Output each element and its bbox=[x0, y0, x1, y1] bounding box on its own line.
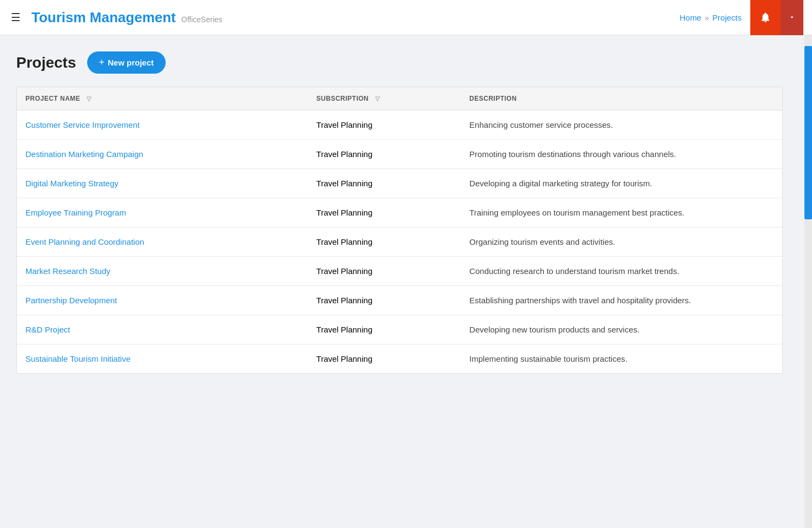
page-title: Projects bbox=[16, 54, 76, 71]
project-subscription: Travel Planning bbox=[307, 198, 461, 227]
project-name-link[interactable]: Customer Service Improvement bbox=[25, 120, 140, 129]
table-row: Digital Marketing StrategyTravel Plannin… bbox=[17, 169, 782, 198]
column-header-name: PROJECT NAME ▽ bbox=[17, 87, 307, 110]
project-name-link[interactable]: Sustainable Tourism Initiative bbox=[25, 354, 130, 363]
project-description: Conducting research to understand touris… bbox=[461, 257, 782, 286]
breadcrumb-separator: » bbox=[704, 13, 709, 22]
project-subscription: Travel Planning bbox=[307, 140, 461, 169]
breadcrumb-current: Projects bbox=[712, 13, 742, 22]
project-description: Developing new tourism products and serv… bbox=[461, 315, 782, 344]
table-row: Sustainable Tourism InitiativeTravel Pla… bbox=[17, 344, 782, 374]
project-description: Establishing partnerships with travel an… bbox=[461, 286, 782, 315]
filter-icon-name[interactable]: ▽ bbox=[87, 95, 91, 102]
projects-table-container: PROJECT NAME ▽ SUBSCRIPTION ▽ DESCRIPTIO… bbox=[16, 87, 783, 374]
project-name-link[interactable]: Partnership Development bbox=[25, 296, 117, 305]
project-name-link[interactable]: Event Planning and Coordination bbox=[25, 237, 144, 246]
project-name-link[interactable]: Employee Training Program bbox=[25, 208, 126, 217]
table-header-row: PROJECT NAME ▽ SUBSCRIPTION ▽ DESCRIPTIO… bbox=[17, 87, 782, 110]
new-project-button[interactable]: + New project bbox=[87, 51, 166, 74]
project-subscription: Travel Planning bbox=[307, 169, 461, 198]
table-row: Partnership DevelopmentTravel PlanningEs… bbox=[17, 286, 782, 315]
table-row: Employee Training ProgramTravel Planning… bbox=[17, 198, 782, 227]
column-header-subscription: SUBSCRIPTION ▽ bbox=[307, 87, 461, 110]
project-name-link[interactable]: Market Research Study bbox=[25, 266, 110, 276]
project-description: Organizing tourism events and activities… bbox=[461, 227, 782, 257]
project-name-link[interactable]: Digital Marketing Strategy bbox=[25, 179, 119, 188]
table-row: Destination Marketing CampaignTravel Pla… bbox=[17, 140, 782, 169]
user-dropdown-button[interactable] bbox=[781, 0, 803, 35]
filter-icon-subscription[interactable]: ▽ bbox=[375, 95, 380, 102]
project-description: Enhancing customer service processes. bbox=[461, 110, 782, 140]
project-description: Training employees on tourism management… bbox=[461, 198, 782, 227]
main-content: Projects + New project PROJECT NAME ▽ SU… bbox=[0, 35, 812, 528]
breadcrumb-home[interactable]: Home bbox=[679, 13, 701, 22]
plus-icon: + bbox=[99, 57, 105, 68]
bell-icon bbox=[759, 11, 771, 23]
table-row: R&D ProjectTravel PlanningDeveloping new… bbox=[17, 315, 782, 344]
app-title: Tourism Management bbox=[31, 9, 176, 26]
table-row: Market Research StudyTravel PlanningCond… bbox=[17, 257, 782, 286]
project-subscription: Travel Planning bbox=[307, 227, 461, 257]
chevron-down-icon bbox=[788, 14, 796, 21]
notification-bell-button[interactable] bbox=[750, 0, 781, 35]
scrollbar-thumb bbox=[804, 46, 812, 219]
table-body: Customer Service ImprovementTravel Plann… bbox=[17, 110, 782, 374]
app-subtitle: OfficeSeries bbox=[181, 15, 222, 24]
project-subscription: Travel Planning bbox=[307, 110, 461, 140]
header-actions bbox=[750, 0, 803, 35]
column-header-description: DESCRIPTION bbox=[461, 87, 782, 110]
project-description: Promoting tourism destinations through v… bbox=[461, 140, 782, 169]
menu-icon[interactable]: ☰ bbox=[9, 9, 23, 26]
project-description: Implementing sustainable tourism practic… bbox=[461, 344, 782, 374]
scrollbar-track[interactable] bbox=[804, 35, 812, 528]
project-name-link[interactable]: R&D Project bbox=[25, 325, 70, 334]
header-title-group: Tourism Management OfficeSeries bbox=[31, 9, 222, 26]
project-subscription: Travel Planning bbox=[307, 286, 461, 315]
page-header: Projects + New project bbox=[16, 51, 790, 74]
project-subscription: Travel Planning bbox=[307, 344, 461, 374]
projects-table: PROJECT NAME ▽ SUBSCRIPTION ▽ DESCRIPTIO… bbox=[17, 87, 782, 373]
project-subscription: Travel Planning bbox=[307, 257, 461, 286]
app-header: ☰ Tourism Management OfficeSeries Home »… bbox=[0, 0, 812, 35]
breadcrumb: Home » Projects bbox=[679, 13, 742, 22]
table-row: Event Planning and CoordinationTravel Pl… bbox=[17, 227, 782, 257]
project-description: Developing a digital marketing strategy … bbox=[461, 169, 782, 198]
table-row: Customer Service ImprovementTravel Plann… bbox=[17, 110, 782, 140]
project-subscription: Travel Planning bbox=[307, 315, 461, 344]
new-project-label: New project bbox=[108, 58, 154, 67]
project-name-link[interactable]: Destination Marketing Campaign bbox=[25, 149, 143, 159]
